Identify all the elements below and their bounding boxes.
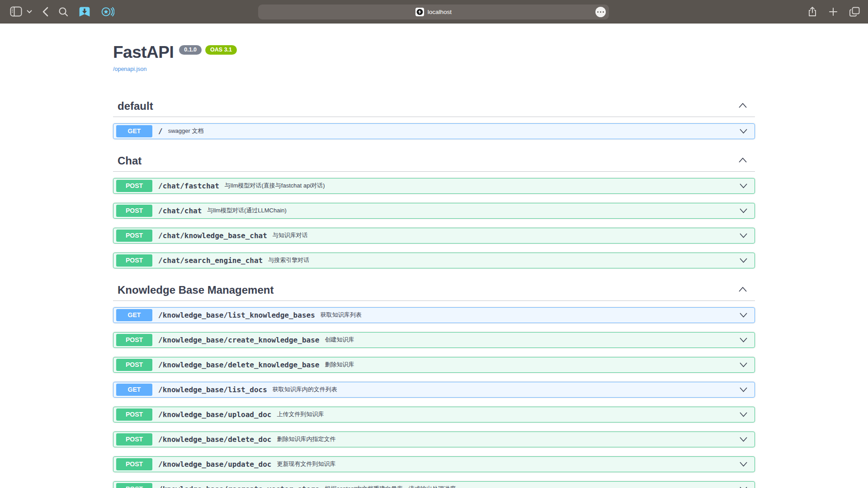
new-tab-icon[interactable] [829,7,838,16]
share-icon[interactable] [808,6,817,17]
method-badge: POST [116,483,152,488]
operation-path: /chat/search_engine_chat [158,256,263,265]
operation-path: /knowledge_base/list_docs [158,385,267,394]
method-badge: POST [116,458,152,470]
expand-operation-icon[interactable] [739,233,748,239]
operation-row-knowledge-base-list-docs[interactable]: GET/knowledge_base/list_docs获取知识库内的文件列表 [113,382,755,398]
downloader-extension-icon[interactable] [78,5,91,18]
operation-row-chat-fastchat[interactable]: POST/chat/fastchat与llm模型对话(直接与fastchat a… [113,178,755,194]
address-bar-url: localhost [428,9,452,15]
method-badge: POST [116,230,152,242]
operation-path: /chat/fastchat [158,182,219,190]
operation-description: 更新现有文件到知识库 [277,460,335,468]
operation-description: 根据content中文档重建向量库，流式输出处理进度。 [325,485,462,488]
openapi-spec-link[interactable]: /openapi.json [113,66,146,72]
section-title: Knowledge Base Management [118,284,274,296]
page-title: FastAPI [113,43,174,62]
method-badge: POST [116,180,152,192]
operation-description: 与搜索引擎对话 [268,256,309,264]
operation-path: /knowledge_base/create_knowledge_base [158,336,319,344]
oas-badge: OAS 3.1 [205,45,237,55]
operation-description: swagger 文档 [168,127,204,135]
collapse-section-icon[interactable] [738,102,748,110]
method-badge: GET [116,384,152,396]
version-badge: 0.1.0 [179,45,202,55]
operation-path: / [158,127,163,136]
operation-description: 与知识库对话 [273,231,308,239]
operation-description: 删除知识库内指定文件 [277,435,335,443]
method-badge: GET [116,309,152,321]
expand-operation-icon[interactable] [739,312,748,318]
back-button[interactable] [42,7,48,17]
operation-path: /knowledge_base/delete_knowledge_base [158,361,319,369]
expand-operation-icon[interactable] [739,337,748,343]
expand-operation-icon[interactable] [739,412,748,418]
api-info: FastAPI 0.1.0 OAS 3.1 /openapi.json [113,43,755,73]
address-bar[interactable]: localhost [258,5,609,19]
operation-path: /chat/knowledge_base_chat [158,231,267,240]
expand-operation-icon[interactable] [739,208,748,214]
collapse-section-icon[interactable] [738,157,748,165]
operation-row-root[interactable]: GET/swagger 文档 [113,123,755,139]
operation-path: /knowledge_base/recreate_vector_store [158,485,319,488]
section-title: default [118,100,153,113]
section-header-default[interactable]: default [113,96,755,117]
operation-path: /chat/chat [158,206,202,215]
method-badge: GET [116,125,152,137]
expand-operation-icon[interactable] [739,436,748,442]
method-badge: POST [116,408,152,421]
api-section-default: defaultGET/swagger 文档 [113,96,755,139]
operation-row-knowledge-base-create-knowledge-base[interactable]: POST/knowledge_base/create_knowledge_bas… [113,332,755,348]
api-section-chat: ChatPOST/chat/fastchat与llm模型对话(直接与fastch… [113,151,755,268]
expand-operation-icon[interactable] [739,183,748,189]
operation-description: 获取知识库列表 [321,311,362,319]
operation-row-knowledge-base-update-doc[interactable]: POST/knowledge_base/update_doc更新现有文件到知识库 [113,456,755,472]
operation-description: 与llm模型对话(通过LLMChain) [207,206,287,215]
section-header-knowledge-base-management[interactable]: Knowledge Base Management [113,280,755,301]
expand-operation-icon[interactable] [739,258,748,263]
operation-path: /knowledge_base/update_doc [158,460,271,469]
operation-row-chat-search-engine-chat[interactable]: POST/chat/search_engine_chat与搜索引擎对话 [113,253,755,268]
method-badge: POST [116,359,152,371]
rings-extension-icon[interactable] [101,6,114,18]
section-title: Chat [118,155,142,167]
expand-operation-icon[interactable] [739,128,748,134]
method-badge: POST [116,433,152,446]
operation-row-chat-knowledge-base-chat[interactable]: POST/chat/knowledge_base_chat与知识库对话 [113,228,755,244]
operation-path: /knowledge_base/delete_doc [158,435,271,444]
operation-description: 删除知识库 [325,361,354,369]
operation-row-knowledge-base-recreate-vector-store[interactable]: POST/knowledge_base/recreate_vector_stor… [113,481,755,488]
browser-toolbar: localhost [0,0,868,23]
api-sections: defaultGET/swagger 文档ChatPOST/chat/fastc… [113,96,755,488]
operation-row-knowledge-base-delete-knowledge-base[interactable]: POST/knowledge_base/delete_knowledge_bas… [113,357,755,373]
operation-description: 创建知识库 [325,336,354,344]
operation-description: 与llm模型对话(直接与fastchat api对话) [225,182,325,190]
operation-path: /knowledge_base/list_knowledge_bases [158,311,315,319]
method-badge: POST [116,254,152,267]
expand-operation-icon[interactable] [739,461,748,467]
operation-row-knowledge-base-list-knowledge-bases[interactable]: GET/knowledge_base/list_knowledge_bases获… [113,307,755,323]
swagger-page: FastAPI 0.1.0 OAS 3.1 /openapi.json defa… [113,43,755,488]
operation-description: 上传文件到知识库 [277,410,324,418]
method-badge: POST [116,205,152,217]
sidebar-chevron-down-icon[interactable] [27,10,32,14]
method-badge: POST [116,334,152,346]
site-favicon-lightning-icon [415,8,424,16]
section-header-chat[interactable]: Chat [113,151,755,172]
ellipsis-icon[interactable] [595,7,606,17]
api-section-knowledge-base-management: Knowledge Base ManagementGET/knowledge_b… [113,280,755,488]
expand-operation-icon[interactable] [739,387,748,393]
operation-path: /knowledge_base/upload_doc [158,410,271,419]
sidebar-toggle-button[interactable] [10,6,22,17]
expand-operation-icon[interactable] [739,486,748,488]
operation-row-knowledge-base-upload-doc[interactable]: POST/knowledge_base/upload_doc上传文件到知识库 [113,407,755,422]
tab-overview-icon[interactable] [849,7,860,17]
expand-operation-icon[interactable] [739,362,748,368]
collapse-section-icon[interactable] [738,286,748,294]
search-icon[interactable] [58,7,68,17]
operation-row-knowledge-base-delete-doc[interactable]: POST/knowledge_base/delete_doc删除知识库内指定文件 [113,432,755,447]
operation-description: 获取知识库内的文件列表 [273,385,337,394]
operation-row-chat-chat[interactable]: POST/chat/chat与llm模型对话(通过LLMChain) [113,203,755,219]
